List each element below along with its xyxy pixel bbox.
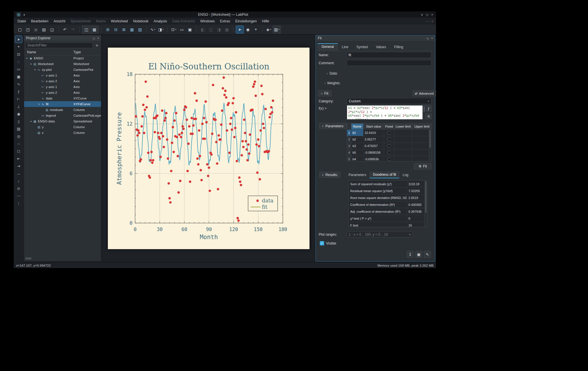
- data-point[interactable]: [205, 100, 207, 103]
- data-point[interactable]: [249, 133, 251, 136]
- tree-row-worksheet[interactable]: ▾▤WorksheetWorksheet: [24, 61, 101, 67]
- add-legend-icon[interactable]: ▯: [15, 118, 22, 125]
- data-point[interactable]: [262, 123, 264, 125]
- insert-constant-button[interactable]: π: [426, 113, 432, 119]
- tab-line[interactable]: Line: [338, 43, 353, 51]
- project-explorer-header[interactable]: Project Explorer ◇ ×: [24, 35, 101, 41]
- data-point[interactable]: [146, 95, 149, 98]
- data-point[interactable]: [176, 136, 178, 138]
- goodness-scrollbar[interactable]: [425, 181, 427, 227]
- goodness-row[interactable]: Residual mean square (χ²/dof)7.03255: [348, 187, 427, 194]
- tree-row-enso-data[interactable]: ▾▦ENSO-dataSpreadsheet: [24, 118, 101, 124]
- data-point[interactable]: [185, 106, 187, 108]
- data-point[interactable]: [246, 159, 249, 161]
- data-point[interactable]: [214, 118, 217, 121]
- data-point[interactable]: [230, 117, 232, 119]
- comment-field[interactable]: [347, 60, 431, 66]
- data-point[interactable]: [205, 121, 208, 123]
- data-point[interactable]: [149, 176, 151, 179]
- data-point[interactable]: [264, 108, 267, 110]
- tab-symbol[interactable]: Symbol: [352, 43, 372, 51]
- tree-row-y-axis-2[interactable]: ⊢y axis 2Axis: [24, 90, 101, 95]
- close-child-button[interactable]: ×: [431, 20, 433, 23]
- data-point[interactable]: [247, 143, 250, 146]
- insert-function-button[interactable]: ƒ: [426, 106, 432, 112]
- minimize-child-button[interactable]: ▫: [426, 20, 427, 23]
- data-point[interactable]: [145, 81, 147, 83]
- param-fixed-cell[interactable]: [384, 130, 394, 136]
- results-section-toggle[interactable]: ∨ Results:: [319, 172, 340, 178]
- data-point[interactable]: [181, 132, 183, 134]
- data-point[interactable]: [198, 129, 200, 132]
- data-point[interactable]: [235, 111, 237, 113]
- data-point[interactable]: [168, 182, 170, 184]
- add-curve-icon[interactable]: ∿▾: [149, 26, 157, 33]
- data-point[interactable]: [135, 115, 137, 118]
- data-point[interactable]: [169, 201, 172, 204]
- data-point[interactable]: [177, 191, 180, 194]
- enso-plot[interactable]: 0306090120150180061218El Niño-Southern O…: [108, 48, 309, 249]
- param-lower-limit-cell[interactable]: [394, 143, 412, 149]
- data-point[interactable]: [157, 132, 159, 134]
- expander-icon[interactable]: ▾: [29, 63, 33, 65]
- more-tools-icon[interactable]: ⋯: [15, 192, 22, 199]
- data-point[interactable]: [211, 132, 213, 135]
- tree-row-data[interactable]: ∿dataXYCurve: [24, 95, 101, 101]
- data-point[interactable]: [223, 76, 225, 79]
- advanced-button[interactable]: ⇄ Advanced: [412, 90, 436, 96]
- formula-editor[interactable]: b1 + b2*cos( 2*pi*x/12 ) + b3*sin( 2*pi*…: [347, 105, 423, 120]
- data-point[interactable]: [195, 118, 197, 120]
- data-point[interactable]: [209, 190, 211, 192]
- param-lower-limit-cell[interactable]: [394, 149, 412, 156]
- add-equation-curve-icon[interactable]: ƒ: [15, 88, 22, 95]
- data-point[interactable]: [242, 140, 244, 142]
- zoom-out-icon[interactable]: ◻: [15, 148, 22, 155]
- add-vertical-axis-icon[interactable]: ⊥: [15, 103, 22, 110]
- data-point[interactable]: [156, 114, 158, 117]
- data-point[interactable]: [239, 181, 241, 183]
- data-point[interactable]: [150, 151, 153, 153]
- data-point[interactable]: [226, 129, 228, 132]
- goodness-row[interactable]: Coefficient of determination (R²)0.43038…: [348, 201, 427, 208]
- menu-analysis[interactable]: Analysis: [151, 19, 170, 24]
- data-point[interactable]: [225, 96, 227, 99]
- category-select[interactable]: Custom ∨: [347, 98, 431, 104]
- param-start-value-cell[interactable]: 10.6415: [363, 130, 384, 136]
- param-start-value-cell[interactable]: 3.05277: [363, 136, 384, 142]
- data-point[interactable]: [244, 132, 246, 134]
- results-tab-parameters[interactable]: Parameters: [346, 172, 369, 178]
- data-point[interactable]: [248, 153, 250, 155]
- zoom-in-icon[interactable]: ○: [15, 140, 22, 147]
- data-point[interactable]: [238, 176, 240, 179]
- data-point[interactable]: [196, 157, 198, 160]
- data-point[interactable]: [212, 84, 214, 86]
- fit-selection-icon[interactable]: ▣: [186, 26, 194, 33]
- param-name-cell[interactable]: b4: [351, 156, 363, 161]
- param-col-lower-limit[interactable]: Lower limit: [394, 124, 412, 129]
- data-point[interactable]: [141, 125, 143, 128]
- data-point[interactable]: [182, 128, 185, 130]
- param-fixed-cell[interactable]: [384, 136, 394, 142]
- data-point[interactable]: [221, 110, 223, 112]
- data-point[interactable]: [143, 132, 145, 134]
- data-point[interactable]: [207, 175, 209, 177]
- fit-curve[interactable]: [135, 103, 273, 165]
- shift-left-icon[interactable]: ⇤: [15, 155, 22, 162]
- data-point[interactable]: [270, 106, 272, 108]
- new-file-icon[interactable]: ▢: [16, 26, 24, 33]
- data-point[interactable]: [222, 87, 224, 89]
- data-point[interactable]: [200, 179, 203, 181]
- print-icon[interactable]: ▤: [40, 26, 48, 33]
- menu-extras[interactable]: Extras: [217, 19, 233, 24]
- run-fit-button[interactable]: ⚙ Fit: [414, 163, 431, 169]
- data-point[interactable]: [272, 99, 274, 102]
- insert-spreadsheet-icon[interactable]: ⊞: [104, 26, 112, 33]
- data-point[interactable]: [259, 178, 261, 180]
- open-file-icon[interactable]: ◳: [24, 26, 32, 33]
- fit-page-icon[interactable]: ▭: [178, 26, 186, 33]
- close-panel-icon[interactable]: ×: [97, 37, 99, 40]
- layout-vertical-icon[interactable]: ◫: [83, 26, 90, 33]
- data-point[interactable]: [188, 125, 190, 128]
- data-point[interactable]: [215, 141, 217, 143]
- param-row-b1[interactable]: 1b110.6415: [347, 129, 432, 136]
